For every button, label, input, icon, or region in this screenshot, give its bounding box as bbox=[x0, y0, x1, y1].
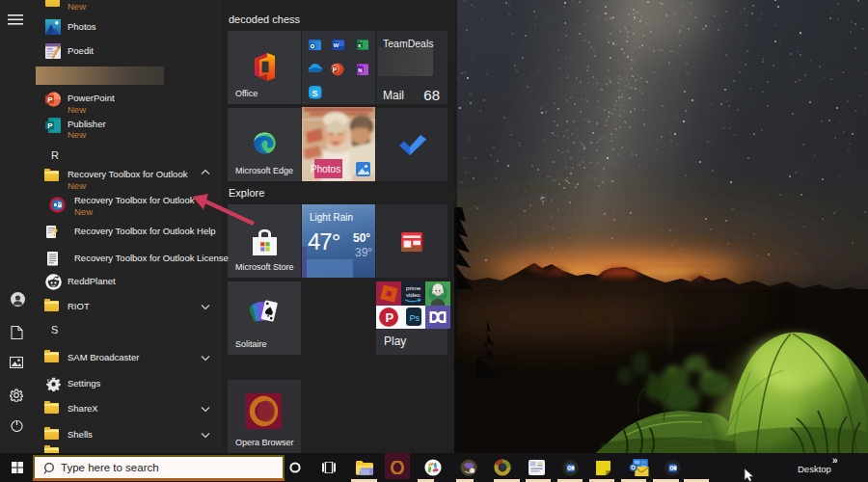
svg-text:P: P bbox=[47, 121, 53, 130]
svg-text:?: ? bbox=[52, 226, 58, 239]
svg-text:W: W bbox=[334, 42, 339, 48]
svg-text:prime: prime bbox=[406, 284, 421, 291]
svg-text:N: N bbox=[358, 67, 362, 73]
svg-text:Ps: Ps bbox=[410, 313, 420, 323]
svg-text:P: P bbox=[385, 310, 393, 325]
svg-text:video: video bbox=[406, 291, 420, 298]
svg-text:P: P bbox=[333, 67, 338, 73]
svg-text:P: P bbox=[47, 95, 53, 104]
svg-text:S: S bbox=[312, 89, 318, 98]
